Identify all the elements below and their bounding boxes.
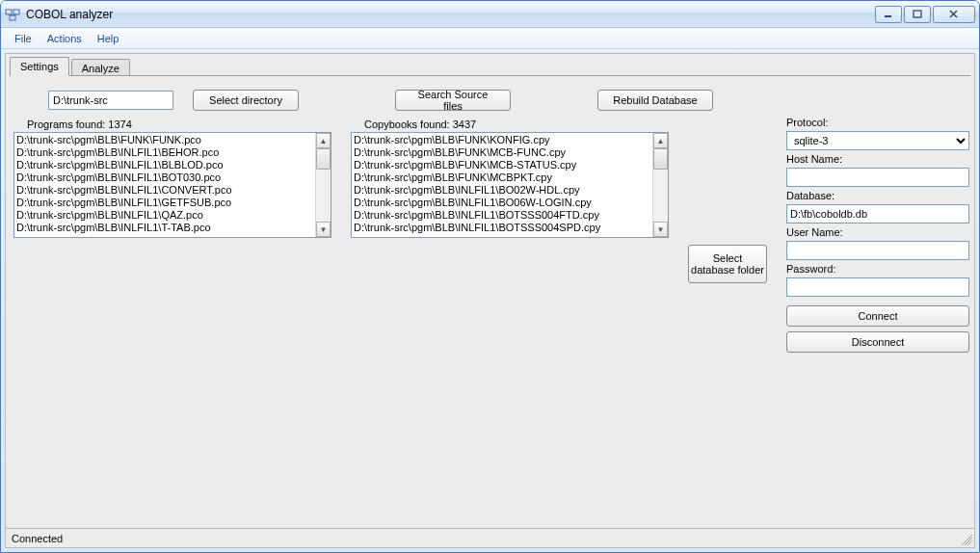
host-label: Host Name: xyxy=(786,153,969,165)
protocol-select[interactable]: sqlite-3 xyxy=(786,131,969,150)
main-area: Programs found: 1374 D:\trunk-src\pgm\BL… xyxy=(10,117,970,353)
copybooks-label: Copybooks found: 3437 xyxy=(351,117,669,132)
select-directory-button[interactable]: Select directory xyxy=(193,90,299,111)
list-item[interactable]: D:\trunk-src\pgm\BLB\INLFIL1\BOTSSS004FT… xyxy=(354,209,650,222)
scroll-up-icon[interactable]: ▲ xyxy=(316,133,331,148)
list-item[interactable]: D:\trunk-src\pgm\BLB\INLFIL1\BLBLOD.pco xyxy=(16,159,313,171)
list-item[interactable]: D:\trunk-src\pgm\BLB\FUNK\MCBPKT.cpy xyxy=(354,171,650,184)
menu-actions[interactable]: Actions xyxy=(40,31,90,46)
scroll-down-icon[interactable]: ▼ xyxy=(653,222,668,237)
list-item[interactable]: D:\trunk-src\pgm\BLB\INLFIL1\T-TAB.pco xyxy=(16,222,313,234)
list-item[interactable]: D:\trunk-src\pgm\BLB\INLFIL1\BOT030.pco xyxy=(16,171,313,184)
database-label: Database: xyxy=(786,190,969,201)
password-input[interactable] xyxy=(786,277,969,297)
programs-column: Programs found: 1374 D:\trunk-src\pgm\BL… xyxy=(13,117,331,353)
programs-list-content: D:\trunk-src\pgm\BLB\FUNK\FUNK.pco D:\tr… xyxy=(14,133,315,237)
host-input[interactable] xyxy=(786,168,969,187)
menubar: File Actions Help xyxy=(1,28,979,49)
list-item[interactable]: D:\trunk-src\pgm\BLB\INLFIL1\BO02W-HDL.c… xyxy=(354,184,650,197)
database-input[interactable] xyxy=(786,204,969,224)
resize-grip-icon[interactable] xyxy=(959,532,972,545)
statusbar: Connected xyxy=(6,528,974,547)
search-source-button[interactable]: Search Source files xyxy=(395,90,511,111)
select-database-folder-button[interactable]: Select database folder xyxy=(688,245,767,283)
btn-line1: Select xyxy=(713,252,743,264)
select-db-folder-area: Select database folder xyxy=(688,117,767,353)
btn-line2: database folder xyxy=(691,264,764,276)
connect-button[interactable]: Connect xyxy=(786,305,969,327)
scroll-thumb[interactable] xyxy=(316,148,331,170)
svg-rect-1 xyxy=(13,10,19,14)
copybooks-list-content: D:\trunk-src\pgm\BLB\FUNK\KONFIG.cpy D:\… xyxy=(352,133,652,237)
svg-rect-2 xyxy=(10,15,15,20)
tab-content-settings: Select directory Search Source files Reb… xyxy=(10,75,970,524)
rebuild-database-button[interactable]: Rebuild Database xyxy=(597,90,713,111)
svg-rect-0 xyxy=(6,10,12,14)
list-item[interactable]: D:\trunk-src\pgm\BLB\INLFIL1\BO06W-LOGIN… xyxy=(354,197,650,209)
list-item[interactable]: D:\trunk-src\pgm\BLB\INLFIL1\GETFSUB.pco xyxy=(16,197,313,209)
programs-label: Programs found: 1374 xyxy=(13,117,331,132)
user-input[interactable] xyxy=(786,241,969,260)
scroll-down-icon[interactable]: ▼ xyxy=(316,222,331,237)
protocol-label: Protocol: xyxy=(786,117,969,128)
programs-scrollbar[interactable]: ▲ ▼ xyxy=(315,133,331,237)
password-label: Password: xyxy=(786,263,969,275)
top-controls: Select directory Search Source files Reb… xyxy=(10,76,970,117)
list-item[interactable]: D:\trunk-src\pgm\BLB\INLFIL1\QAZ.pco xyxy=(16,209,313,222)
scroll-track[interactable] xyxy=(316,148,331,222)
status-text: Connected xyxy=(12,533,63,544)
client-area: Settings Analyze Select directory Search… xyxy=(5,53,975,548)
maximize-button[interactable] xyxy=(904,6,931,23)
window-controls xyxy=(873,6,975,23)
connection-panel: Protocol: sqlite-3 Host Name: Database: … xyxy=(786,117,973,353)
programs-listbox[interactable]: D:\trunk-src\pgm\BLB\FUNK\FUNK.pco D:\tr… xyxy=(13,132,331,238)
list-item[interactable]: D:\trunk-src\pgm\BLB\INLFIL1\CONVERT.pco xyxy=(16,184,313,197)
copybooks-listbox[interactable]: D:\trunk-src\pgm\BLB\FUNK\KONFIG.cpy D:\… xyxy=(351,132,669,238)
tab-settings[interactable]: Settings xyxy=(10,57,69,76)
tabs: Settings Analyze xyxy=(6,54,974,75)
titlebar: COBOL analyzer xyxy=(1,1,979,28)
app-window: COBOL analyzer File Actions Help Setting… xyxy=(0,0,980,553)
svg-rect-6 xyxy=(914,11,921,17)
list-item[interactable]: D:\trunk-src\pgm\BLB\FUNK\MCB-FUNC.cpy xyxy=(354,146,650,159)
list-item[interactable]: D:\trunk-src\pgm\BLB\INLFIL1\BEHOR.pco xyxy=(16,146,313,159)
close-button[interactable] xyxy=(933,6,975,23)
scroll-track[interactable] xyxy=(653,148,668,222)
copybooks-column: Copybooks found: 3437 D:\trunk-src\pgm\B… xyxy=(351,117,669,353)
list-item[interactable]: D:\trunk-src\pgm\BLB\INLFIL1\BOTSSS004SP… xyxy=(354,222,650,234)
scroll-thumb[interactable] xyxy=(653,148,668,170)
scroll-up-icon[interactable]: ▲ xyxy=(653,133,668,148)
user-label: User Name: xyxy=(786,226,969,238)
list-item[interactable]: D:\trunk-src\pgm\BLB\FUNK\KONFIG.cpy xyxy=(354,134,650,146)
menu-help[interactable]: Help xyxy=(90,31,127,46)
disconnect-button[interactable]: Disconnect xyxy=(786,331,969,353)
app-icon xyxy=(5,7,20,22)
list-item[interactable]: D:\trunk-src\pgm\BLB\FUNK\MCB-STATUS.cpy xyxy=(354,159,650,171)
list-item[interactable]: D:\trunk-src\pgm\BLB\FUNK\FUNK.pco xyxy=(16,134,313,146)
menu-file[interactable]: File xyxy=(7,31,40,46)
copybooks-scrollbar[interactable]: ▲ ▼ xyxy=(652,133,668,237)
source-dir-input[interactable] xyxy=(48,91,173,110)
window-title: COBOL analyzer xyxy=(26,8,873,21)
minimize-button[interactable] xyxy=(875,6,902,23)
